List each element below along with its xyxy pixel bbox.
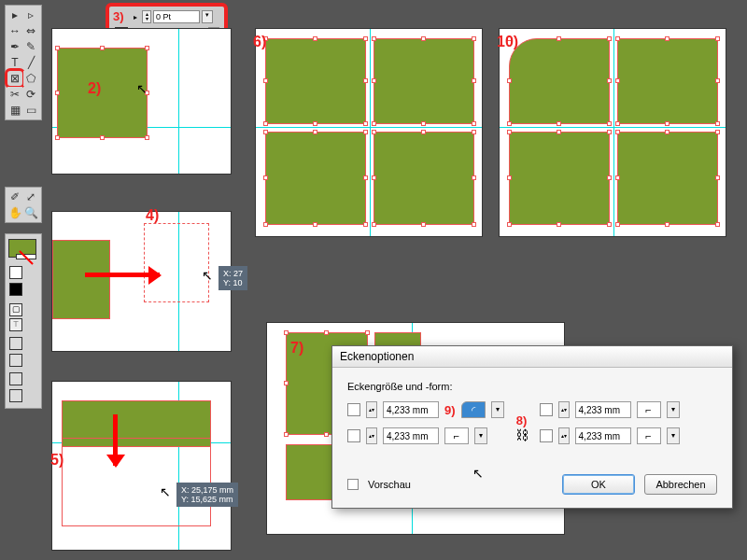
screen-mode-a[interactable] <box>9 372 22 385</box>
resize-handle[interactable] <box>372 121 376 126</box>
resize-handle[interactable] <box>615 36 620 41</box>
stroke-weight-field[interactable]: 0 Pt <box>153 10 200 23</box>
resize-handle[interactable] <box>263 175 268 180</box>
resize-handle[interactable] <box>263 121 268 126</box>
resize-handle[interactable] <box>472 36 476 41</box>
resize-handle[interactable] <box>313 121 317 126</box>
rectangle[interactable] <box>509 132 610 225</box>
resize-handle[interactable] <box>472 175 476 180</box>
resize-handle[interactable] <box>615 121 620 126</box>
shape-tool[interactable]: ⬠ <box>23 71 38 86</box>
resize-handle[interactable] <box>607 36 612 41</box>
corner-tl-spinner[interactable]: ▴▾ <box>366 401 377 418</box>
page-tool[interactable]: ↔ <box>7 23 22 38</box>
rectangle[interactable] <box>617 132 718 225</box>
resize-handle[interactable] <box>363 121 368 126</box>
resize-handle[interactable] <box>615 222 620 227</box>
resize-handle[interactable] <box>421 130 426 134</box>
rectangle[interactable] <box>374 132 474 225</box>
rectangle[interactable] <box>286 444 332 500</box>
resize-handle[interactable] <box>100 46 105 50</box>
resize-handle[interactable] <box>372 78 376 83</box>
resize-handle[interactable] <box>715 175 720 180</box>
resize-handle[interactable] <box>472 78 476 83</box>
rectangle-rounded[interactable] <box>509 38 610 124</box>
resize-handle[interactable] <box>55 91 60 95</box>
corner-tr-field[interactable]: 4,233 mm <box>575 401 631 418</box>
corner-tl-field[interactable]: 4,233 mm <box>383 401 439 418</box>
resize-handle[interactable] <box>421 222 426 227</box>
resize-handle[interactable] <box>715 121 720 126</box>
apply-none-swatch[interactable] <box>9 266 22 279</box>
gap-tool[interactable]: ⇔ <box>23 23 38 38</box>
resize-handle[interactable] <box>263 78 268 83</box>
resize-handle[interactable] <box>363 130 368 134</box>
corner-br-field[interactable]: 4,233 mm <box>575 427 631 444</box>
pen-tool[interactable]: ✒ <box>7 39 22 54</box>
resize-handle[interactable] <box>372 36 376 41</box>
resize-handle[interactable] <box>145 46 149 50</box>
resize-handle[interactable] <box>615 130 620 134</box>
resize-handle[interactable] <box>365 330 370 335</box>
view-preview[interactable] <box>9 354 22 367</box>
scissors-tool[interactable]: ✂ <box>7 87 22 102</box>
resize-handle[interactable] <box>324 330 329 335</box>
corner-tr-spinner[interactable]: ▴▾ <box>558 401 570 418</box>
rectangle-frame-tool[interactable]: ⊠ <box>7 71 22 86</box>
resize-handle[interactable] <box>421 121 426 126</box>
resize-handle[interactable] <box>665 130 669 134</box>
resize-handle[interactable] <box>313 130 317 134</box>
ok-button[interactable]: OK <box>562 474 635 495</box>
resize-handle[interactable] <box>55 46 60 50</box>
apply-color-swatch[interactable] <box>9 283 22 296</box>
resize-handle[interactable] <box>100 135 105 140</box>
resize-handle[interactable] <box>557 222 561 227</box>
resize-handle[interactable] <box>472 121 476 126</box>
selected-rectangle[interactable] <box>57 48 148 138</box>
resize-handle[interactable] <box>284 432 289 437</box>
resize-handle[interactable] <box>313 222 317 227</box>
resize-handle[interactable] <box>145 135 149 140</box>
resize-handle[interactable] <box>665 36 669 41</box>
resize-handle[interactable] <box>55 135 60 140</box>
resize-handle[interactable] <box>421 36 426 41</box>
corner-bl-spinner[interactable]: ▴▾ <box>366 427 377 444</box>
type-tool[interactable]: T <box>7 55 22 70</box>
resize-handle[interactable] <box>665 222 669 227</box>
preview-checkbox[interactable] <box>347 479 359 490</box>
resize-handle[interactable] <box>472 222 476 227</box>
stroke-weight-spinner[interactable]: ▴▾ <box>142 10 151 23</box>
resize-handle[interactable] <box>284 381 289 385</box>
resize-handle[interactable] <box>615 175 620 180</box>
corner-bl-field[interactable]: 4,233 mm <box>383 427 439 444</box>
gradient-tool[interactable]: ▦ <box>7 103 22 118</box>
resize-handle[interactable] <box>263 222 268 227</box>
view-normal[interactable] <box>9 337 22 350</box>
corner-shape-tr[interactable]: ⌐ <box>637 401 661 418</box>
resize-handle[interactable] <box>715 36 720 41</box>
resize-handle[interactable] <box>363 36 368 41</box>
resize-handle[interactable] <box>557 36 561 41</box>
rectangle[interactable] <box>52 240 110 319</box>
resize-handle[interactable] <box>607 175 612 180</box>
cancel-button[interactable]: Abbrechen <box>644 474 717 495</box>
pencil-tool[interactable]: ✎ <box>23 39 38 54</box>
resize-handle[interactable] <box>472 130 476 134</box>
resize-handle[interactable] <box>363 222 368 227</box>
resize-handle[interactable] <box>363 175 368 180</box>
resize-handle[interactable] <box>557 121 561 126</box>
resize-handle[interactable] <box>372 175 376 180</box>
resize-handle[interactable] <box>507 78 512 83</box>
corner-shape-br-dropdown[interactable]: ▾ <box>667 427 680 444</box>
screen-mode-b[interactable] <box>9 389 22 402</box>
stroke-weight-dropdown[interactable]: ▾ <box>202 10 213 23</box>
resize-handle[interactable] <box>665 121 669 126</box>
resize-handle[interactable] <box>507 130 512 134</box>
line-tool[interactable]: ╱ <box>23 55 38 70</box>
resize-handle[interactable] <box>372 130 376 134</box>
rectangle[interactable] <box>617 38 718 124</box>
rectangle[interactable] <box>265 38 366 124</box>
zoom-tool[interactable]: 🔍 <box>23 205 38 220</box>
formatting-container[interactable]: ▢ <box>9 303 22 316</box>
resize-handle[interactable] <box>557 130 561 134</box>
